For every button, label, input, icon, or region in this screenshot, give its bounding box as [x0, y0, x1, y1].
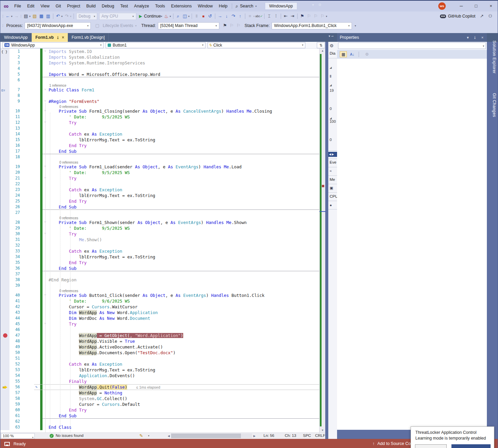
code-text[interactable]: End Sub: [48, 413, 319, 419]
quick-actions-margin[interactable]: [21, 310, 40, 315]
code-line-20[interactable]: 20 ' Date: 9/5/2025 WS: [0, 170, 319, 175]
breakpoint-margin[interactable]: [0, 315, 9, 321]
breakpoint-margin[interactable]: ⊡↑: [0, 87, 9, 93]
code-line-58[interactable]: 58 System.GC.Collect(): [0, 396, 319, 401]
code-line-7[interactable]: ⊡↑7˅Public Class Form1: [0, 87, 319, 93]
code-line-46[interactable]: 46: [0, 327, 319, 333]
navigate-back-button[interactable]: ←: [5, 12, 11, 20]
toggle-bookmark-button[interactable]: ⚑: [299, 12, 305, 20]
fold-chevron-icon[interactable]: [43, 66, 48, 72]
diagnostics-fragment[interactable]: Dia: [328, 51, 337, 55]
code-text[interactable]: [48, 125, 319, 131]
toolbar-grip[interactable]: ⁞: [2, 15, 3, 18]
type-member-dropdown[interactable]: Button1 ▾: [106, 42, 205, 48]
undo-button[interactable]: ↶: [55, 12, 61, 20]
save-button[interactable]: ▦: [38, 12, 45, 20]
breakpoint-margin[interactable]: [0, 254, 9, 260]
codelens-references[interactable]: 0 references: [59, 289, 78, 292]
code-line-8[interactable]: 8: [0, 93, 319, 99]
breakpoint-margin[interactable]: [0, 407, 9, 413]
diagnostics-fragment[interactable]: ⚙: [328, 43, 337, 48]
quick-actions-margin[interactable]: ✎: [21, 384, 40, 390]
close-icon[interactable]: ×: [481, 35, 483, 40]
code-line-16[interactable]: 16 End Try: [0, 143, 319, 148]
code-text[interactable]: End Class: [48, 424, 319, 430]
breakpoint-margin[interactable]: [0, 210, 9, 216]
quick-actions-margin[interactable]: [21, 210, 40, 216]
redo-button[interactable]: ↷: [64, 12, 70, 20]
code-line-15[interactable]: 15 lblErrorMsg.Text = ex.ToString: [0, 137, 319, 143]
line-number[interactable]: 31: [9, 237, 21, 243]
breakpoint-margin[interactable]: [0, 237, 9, 243]
project-dropdown[interactable]: VB WindowsApp ▾: [2, 42, 104, 48]
lifecycle-events-button[interactable]: Lifecycle Events: [103, 23, 133, 28]
tab-windowsapp[interactable]: WindowsApp: [0, 33, 32, 42]
line-number[interactable]: 47: [9, 333, 21, 338]
breakpoint-margin[interactable]: [0, 350, 9, 356]
quick-actions-margin[interactable]: [21, 338, 40, 344]
quick-actions-margin[interactable]: [21, 237, 40, 243]
code-line-56[interactable]: 56✎ WordApp.Quit(False)≤ 1ms elapsed: [0, 384, 319, 390]
breakpoint-margin[interactable]: [0, 204, 9, 210]
line-number[interactable]: 3: [9, 60, 21, 66]
pin-icon[interactable]: ⊸: [473, 36, 477, 39]
menu-item-edit[interactable]: Edit: [24, 4, 37, 8]
breakpoint-margin[interactable]: [0, 260, 9, 265]
code-text[interactable]: WordApp = Nothing: [48, 390, 319, 396]
open-file-button[interactable]: ▧: [32, 12, 38, 20]
breakpoint-margin[interactable]: [0, 344, 9, 350]
code-line-38[interactable]: 38#End Region: [0, 277, 319, 283]
breakpoint-margin[interactable]: [0, 277, 9, 283]
line-number[interactable]: 10: [9, 108, 21, 114]
quick-actions-margin[interactable]: [21, 243, 40, 248]
quick-actions-margin[interactable]: [21, 181, 40, 187]
breakpoint-margin[interactable]: [0, 120, 9, 125]
line-number[interactable]: 26: [9, 204, 21, 210]
chevron-down-icon[interactable]: ▾: [148, 435, 149, 437]
fold-chevron-icon[interactable]: [43, 93, 48, 99]
code-text[interactable]: [48, 154, 319, 160]
quick-actions-margin[interactable]: [21, 120, 40, 125]
glyph-margin[interactable]: [0, 216, 9, 220]
feedback-icon[interactable]: [4, 442, 10, 446]
breakpoint-margin[interactable]: [0, 333, 9, 338]
line-number-margin[interactable]: [9, 160, 21, 164]
code-text[interactable]: ' Date: 9/5/2025 WS: [48, 225, 319, 231]
breakpoint-margin[interactable]: [0, 99, 9, 104]
break-all-button[interactable]: Ⅱ: [194, 12, 200, 20]
quick-actions-margin[interactable]: [21, 260, 40, 265]
code-text[interactable]: [48, 66, 319, 72]
breakpoint-margin[interactable]: [0, 187, 9, 193]
code-text[interactable]: Me.Show(): [48, 237, 319, 243]
code-line-53[interactable]: 53 lblErrorMsg.Text = ex.ToString: [0, 367, 319, 373]
breakpoint-margin[interactable]: [0, 72, 9, 77]
code-text[interactable]: End Try: [48, 260, 319, 265]
code-line-30[interactable]: 30˅ Try: [0, 231, 319, 237]
code-line-54[interactable]: 54 Application.DoEvents(): [0, 373, 319, 379]
breakpoint-margin[interactable]: [0, 401, 9, 407]
diagnostics-fragment[interactable]: ◢: [328, 66, 337, 69]
breakpoint-margin[interactable]: [0, 390, 9, 396]
restart-button[interactable]: ↺: [207, 12, 213, 20]
thread-dropdown[interactable]: [53264] Main Thread▾: [158, 22, 219, 29]
breakpoint-margin[interactable]: [0, 193, 9, 198]
code-line-5[interactable]: 5Imports Word = Microsoft.Office.Interop…: [0, 72, 319, 77]
line-number[interactable]: 27: [9, 210, 21, 216]
quick-actions-margin[interactable]: [21, 60, 40, 66]
alphabetical-sort-button[interactable]: A↓: [349, 52, 355, 57]
code-text[interactable]: End Sub: [48, 148, 319, 154]
step-out-button[interactable]: ↑: [237, 12, 243, 20]
code-text[interactable]: Try: [48, 120, 319, 125]
quick-actions-margin[interactable]: [21, 204, 40, 210]
decrease-indent-button[interactable]: ⇤: [283, 12, 289, 20]
code-text[interactable]: lblErrorMsg.Text = ex.ToString: [48, 367, 319, 373]
breakpoint-margin[interactable]: [0, 321, 9, 327]
fold-chevron-icon[interactable]: [43, 60, 48, 66]
chevron-down-icon[interactable]: ▾: [11, 15, 12, 18]
zoom-level-dropdown[interactable]: 100 %▾: [1, 433, 35, 439]
quick-actions-margin[interactable]: [21, 137, 40, 143]
quick-actions-margin[interactable]: [21, 356, 40, 361]
line-number[interactable]: 46: [9, 327, 21, 333]
fold-chevron-icon[interactable]: [43, 54, 48, 60]
code-line-17[interactable]: 17 End Sub: [0, 148, 319, 154]
